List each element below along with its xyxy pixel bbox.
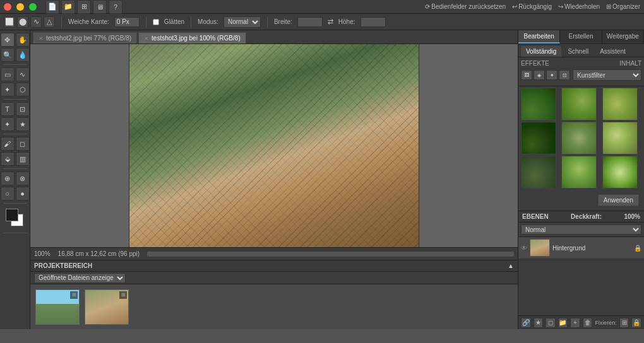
eyedrop-tool[interactable]: 💧 <box>16 48 30 62</box>
new-style-btn[interactable]: ★ <box>534 318 544 328</box>
tab-weitergabe[interactable]: Weitergabe <box>602 30 644 44</box>
brush-tool[interactable]: 🖌 <box>1 137 15 151</box>
blend-mode-select[interactable]: Normal <box>521 224 641 235</box>
maximize-window-btn[interactable] <box>29 3 37 11</box>
organizer-label: Organizer <box>612 3 640 10</box>
foreground-color-swatch[interactable] <box>6 209 18 221</box>
rect-select-tool[interactable]: ⬜ <box>4 16 15 28</box>
optionsbar: ⬜ ⬤ ∿ △ Weiche Kante: Glätten Modus: Nor… <box>0 14 644 30</box>
filter-icon-3[interactable]: ✦ <box>546 70 558 80</box>
filter-type-select[interactable]: Kunstfilter <box>573 69 641 81</box>
tab-testshot3[interactable]: ✕ testshot3.jpg bei 100% (RGB/8) <box>138 32 246 44</box>
lasso-tool[interactable]: ∿ <box>30 16 42 28</box>
layer-item[interactable]: 👁 Hintergrund 🔒 <box>518 237 644 259</box>
glaetten-checkbox[interactable] <box>153 19 159 25</box>
weiche-kante-label: Weiche Kante: <box>68 18 109 25</box>
add-mask-btn[interactable]: ◻ <box>546 318 556 328</box>
close-window-btn[interactable] <box>4 3 11 11</box>
zoom-tool[interactable]: 🔍 <box>1 48 15 62</box>
new-file-btn[interactable]: 📄 <box>45 0 59 14</box>
tab-bearbeiten[interactable]: Bearbeiten <box>518 30 560 44</box>
tab-erstellen[interactable]: Erstellen <box>560 30 602 44</box>
filter-icon-1[interactable]: 🖼 <box>521 70 532 80</box>
quick-select-tool[interactable]: ⬡ <box>16 83 30 96</box>
shape-tool[interactable]: ✦ <box>1 117 15 131</box>
apply-button[interactable]: Anwenden <box>598 194 639 206</box>
filter-thumb-7[interactable] <box>521 156 556 189</box>
breite-input[interactable] <box>297 17 323 27</box>
separator-3 <box>191 16 191 28</box>
dimensions: 16,88 cm x 12,62 cm (96 ppi) <box>58 250 140 257</box>
filter-thumb-3[interactable] <box>602 88 638 120</box>
filter-thumb-8[interactable] <box>561 156 597 189</box>
healing-tool[interactable]: ⊗ <box>16 172 30 185</box>
filter-icon-2[interactable]: ◈ <box>534 70 545 80</box>
minimize-window-btn[interactable] <box>16 3 24 11</box>
hoehe-input[interactable] <box>361 17 386 27</box>
fix-pos-btn[interactable]: ⊞ <box>619 318 629 328</box>
filter-thumb-2[interactable] <box>561 88 597 120</box>
help-btn[interactable]: ? <box>109 0 122 14</box>
organizer-btn[interactable]: ⊞ Organizer <box>606 3 640 10</box>
weiche-kante-input[interactable] <box>114 17 140 27</box>
topbar-right: ⟳ Bedienfelder zurücksetzen ↩ Rückgängig… <box>425 3 640 10</box>
statusbar: 100% 16,88 cm x 12,62 cm (96 ppi) <box>30 247 518 260</box>
project-view-select[interactable]: Geöffnete Dateien anzeige <box>34 273 126 283</box>
gradient-tool[interactable]: ▥ <box>16 152 30 166</box>
tab-close-1[interactable]: ✕ <box>39 35 44 42</box>
project-collapse-btn[interactable]: ▲ <box>508 262 514 269</box>
link-layers-btn[interactable]: 🔗 <box>521 318 531 328</box>
filter-thumb-4[interactable] <box>521 122 556 154</box>
fix-all-btn[interactable]: 🔒 <box>631 318 641 328</box>
magic-wand-tool[interactable]: ✦ <box>1 83 15 96</box>
burn-tool[interactable]: ● <box>16 187 30 201</box>
filter-thumb-1[interactable] <box>521 88 556 120</box>
canvas-image[interactable] <box>129 44 419 247</box>
paint-tools: 🖌 ◻ <box>1 137 30 151</box>
panel-tab-vollstaendig[interactable]: Vollständig <box>521 46 561 57</box>
scroll-h[interactable] <box>147 252 514 257</box>
filter-grid <box>518 86 644 190</box>
new-group-btn[interactable]: 📁 <box>558 318 568 328</box>
clone-tool[interactable]: ⊕ <box>1 172 15 185</box>
crop-tool[interactable]: ⊡ <box>16 102 30 116</box>
layers-header-label: EBENEN <box>522 213 549 220</box>
tab-close-2[interactable]: ✕ <box>144 35 149 42</box>
filter-icon-4[interactable]: ⊡ <box>559 70 570 80</box>
hoehe-label: Höhe: <box>338 18 355 25</box>
app-btn[interactable]: 🖥 <box>93 0 107 14</box>
filter-thumb-6[interactable] <box>602 122 638 154</box>
grid-view-btn[interactable]: ⊞ <box>77 0 91 14</box>
custom-shape-tool[interactable]: ★ <box>16 117 30 131</box>
dodge-tool[interactable]: ○ <box>1 187 15 201</box>
marquee-tool[interactable]: ▭ <box>1 67 15 81</box>
toolbar-icons: 📄 📁 ⊞ 🖥 ? <box>45 0 122 14</box>
panel-tab-schnell[interactable]: Schnell <box>563 46 593 57</box>
new-layer-btn[interactable]: + <box>570 318 580 328</box>
eraser-tool[interactable]: ◻ <box>16 137 30 151</box>
tab-testshot2[interactable]: ✕ testshot2.jpg bei 77% (RGB/8) <box>33 32 137 44</box>
modus-select[interactable]: Normal <box>224 16 261 28</box>
paint-bucket-tool[interactable]: ⬙ <box>1 152 15 166</box>
lasso-tool-side[interactable]: ∿ <box>16 67 30 81</box>
hand-tool[interactable]: ✋ <box>16 33 30 47</box>
ellipse-select-tool[interactable]: ⬤ <box>17 16 28 28</box>
redo-btn[interactable]: ↪ Wiederholen <box>558 3 600 10</box>
thumbnail-2[interactable]: ⊞ <box>85 289 129 325</box>
topbar-left: 📄 📁 ⊞ 🖥 ? <box>4 0 122 14</box>
undo-btn[interactable]: ↩ Rückgängig <box>512 3 552 10</box>
effects-header: EFFEKTE INHALT <box>521 60 641 67</box>
move-tool[interactable]: ✥ <box>1 33 15 47</box>
visibility-icon[interactable]: 👁 <box>521 245 527 252</box>
filter-thumb-5[interactable] <box>561 122 597 154</box>
open-file-btn[interactable]: 📁 <box>61 0 75 14</box>
panel-tab-assistent[interactable]: Assistent <box>595 46 631 57</box>
text-tool[interactable]: T <box>1 102 15 116</box>
polygonal-lasso-tool[interactable]: △ <box>44 16 55 28</box>
sep2 <box>4 99 27 100</box>
delete-layer-btn[interactable]: 🗑 <box>583 318 593 328</box>
filter-thumb-9[interactable] <box>602 156 638 189</box>
reset-panels-btn[interactable]: ⟳ Bedienfelder zurücksetzen <box>425 3 506 10</box>
color-swatches[interactable] <box>6 209 25 228</box>
thumbnail-1[interactable]: ⊞ <box>35 289 80 325</box>
